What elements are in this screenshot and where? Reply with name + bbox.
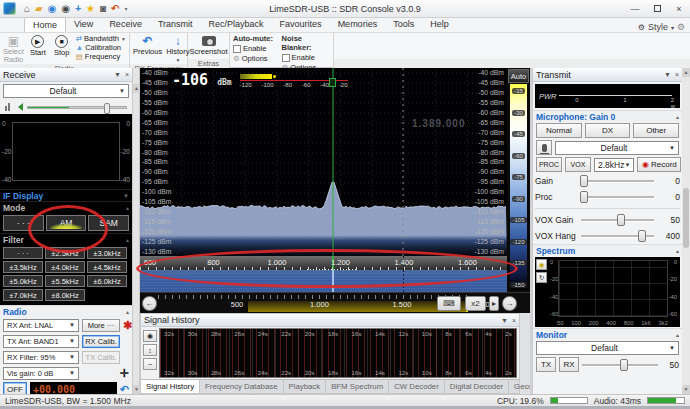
frequency-button[interactable]: ▤ Frequency — [76, 52, 126, 61]
rx-filter-dropdown[interactable]: RX Filter: 95%▼ — [3, 351, 79, 364]
filter-button[interactable]: ±6.0kHz — [87, 275, 127, 287]
mode-button[interactable]: AM — [46, 215, 87, 231]
pan-right-button[interactable]: → — [502, 296, 517, 311]
scrollbar-thumb[interactable] — [683, 188, 689, 248]
menu-tab[interactable]: Receive — [101, 17, 150, 32]
slider-track[interactable] — [581, 214, 654, 226]
spectrum-section-header[interactable]: Spectrum ▴ — [533, 244, 682, 256]
record-dot-button[interactable]: ◉ — [143, 330, 157, 342]
filter-button[interactable]: ±4.5kHz — [87, 261, 127, 273]
mic-preset-dropdown[interactable]: Default ▼ — [555, 141, 679, 155]
start-button[interactable]: ▶ Start — [28, 34, 48, 57]
volume-slider[interactable] — [27, 106, 127, 109]
stop-button[interactable]: ■ Stop — [52, 34, 72, 57]
mode-button[interactable]: · · · — [3, 215, 44, 231]
scroll-down-icon[interactable]: ▼ — [133, 385, 140, 394]
filter-section-header[interactable]: Filter ▴ — [0, 233, 132, 245]
filter-button[interactable]: ±4.0kHz — [45, 261, 85, 273]
automute-enable-checkbox[interactable]: Enable — [233, 44, 278, 53]
menu-tab[interactable]: Home — [24, 17, 66, 32]
if-display-header[interactable]: IF Display ▼ — [0, 189, 132, 201]
bottom-tab[interactable]: Signal History — [141, 380, 200, 393]
slider-thumb[interactable] — [620, 359, 628, 371]
menu-tab[interactable]: Memories — [330, 17, 386, 32]
noise-blanker-enable-checkbox[interactable]: Enable — [282, 53, 330, 62]
filter-button[interactable]: ±2.5kHz — [45, 247, 85, 259]
slider-thumb[interactable] — [580, 175, 588, 187]
gear-icon[interactable]: ⚙ — [677, 22, 685, 32]
off-button[interactable]: OFF — [3, 382, 27, 394]
filter-button[interactable]: ±5.0kHz — [3, 275, 43, 287]
undo-icon[interactable]: ↶ — [111, 4, 119, 14]
band-navigator[interactable]: 5001.0001.5002.000 ← ⌨ x2 ▸ → — [140, 292, 530, 313]
select-radio-button[interactable]: ▣ Select Radio — [3, 34, 24, 64]
menu-tab[interactable]: Favourites — [272, 17, 330, 32]
signal-history-chart[interactable]: 32s30s28s26s24s22s20s18s16s14s12s10s8s6s… — [159, 328, 517, 378]
waterfall[interactable] — [140, 270, 507, 292]
qat-dropdown-icon[interactable]: ▾ — [124, 4, 127, 14]
monitor-tx-button[interactable]: TX — [536, 357, 556, 372]
mode-section-header[interactable]: Mode ▴ — [0, 201, 132, 213]
receive-preset-dropdown[interactable]: Default ▼ — [3, 84, 129, 98]
slider-track[interactable] — [581, 175, 654, 187]
panel-close-icon[interactable]: × — [512, 317, 516, 324]
proc-button[interactable]: PROC — [536, 157, 562, 172]
stop-icon[interactable]: ◉ — [61, 4, 70, 14]
pan-left-button[interactable]: ← — [142, 296, 157, 311]
menu-tab[interactable]: View — [66, 17, 101, 32]
keyboard-entry-button[interactable]: ⌨ — [437, 296, 461, 311]
rx-calib-button[interactable]: RX Calib. — [82, 335, 120, 348]
scroll-up-icon[interactable]: ▲ — [133, 84, 140, 93]
undo-icon[interactable]: ↶ — [120, 383, 129, 395]
tx-mode-button[interactable]: Other — [633, 123, 679, 138]
panel-close-icon[interactable]: × — [675, 71, 679, 78]
filter-button[interactable]: ±8.0kHz — [45, 289, 85, 301]
tx-ant-dropdown[interactable]: TX Ant: BAND1▼ — [3, 335, 79, 348]
bottom-tab[interactable]: CW Decoder — [389, 380, 445, 393]
vox-button[interactable]: VOX — [565, 157, 591, 172]
transmit-panel-scrollbar[interactable]: ▲ ▼ — [682, 68, 690, 394]
tx-bandwidth-dropdown[interactable]: 2.8kHz ▼ — [594, 158, 634, 172]
bottom-tab[interactable]: Frequency Database — [200, 380, 283, 393]
slider-thumb[interactable] — [638, 230, 646, 242]
autoscale-button[interactable]: ↕ — [143, 344, 157, 356]
slider-track[interactable] — [581, 230, 654, 242]
panel-menu-icon[interactable]: ▼ — [501, 317, 508, 324]
panel-close-icon[interactable]: × — [125, 71, 129, 78]
bandwidth-button[interactable]: ⇄ Bandwidth ▼ — [76, 34, 126, 43]
slider-thumb[interactable] — [617, 214, 625, 226]
menu-tab[interactable]: Transmit — [150, 17, 201, 32]
play-icon[interactable]: ◉ — [48, 4, 57, 14]
monitor-preset-dropdown[interactable]: Default ▼ — [536, 341, 679, 355]
bottom-tab[interactable]: BFM Spectrum — [326, 380, 389, 393]
menu-tab[interactable]: Help — [422, 17, 457, 32]
add-icon[interactable]: + — [75, 4, 81, 14]
style-selector[interactable]: ⚙ Style ▾ ⚙ — [638, 22, 690, 32]
monitor-rx-button[interactable]: RX — [559, 357, 579, 372]
tx-mode-button[interactable]: DX — [585, 123, 631, 138]
filter-button[interactable]: ±5.5kHz — [45, 275, 85, 287]
record-button[interactable]: ◉ Record — [637, 157, 681, 172]
panel-menu-icon[interactable]: ▼ — [664, 71, 671, 78]
minimize-scale-button[interactable]: − — [143, 358, 157, 370]
star-icon[interactable]: ★ — [86, 4, 95, 14]
scroll-up-icon[interactable]: ▲ — [682, 68, 690, 77]
screenshot-button[interactable]: Screenshot — [193, 34, 225, 56]
scroll-down-icon[interactable]: ▼ — [682, 385, 690, 394]
vis-gain-dropdown[interactable]: Vis gain: 0 dB▼ — [3, 367, 79, 380]
maximize-button[interactable] — [646, 1, 668, 16]
filter-button[interactable]: ±3.5kHz — [3, 261, 43, 273]
zoom-button[interactable]: x2 — [465, 296, 486, 311]
rx-ant-dropdown[interactable]: RX Ant: LNAL▼ — [3, 319, 79, 332]
minimize-button[interactable]: — — [624, 1, 646, 16]
slider-thumb[interactable] — [580, 191, 588, 203]
filter-button[interactable]: · · · — [3, 247, 43, 259]
filter-button[interactable]: ±7.0kHz — [3, 289, 43, 301]
bottom-tab[interactable]: Digital Decoder — [445, 380, 509, 393]
monitor-volume-slider[interactable] — [582, 359, 658, 371]
auto-range-button[interactable]: Auto — [508, 69, 529, 83]
automute-options-button[interactable]: ⚙Options — [233, 54, 278, 63]
folder-icon[interactable]: ▰ — [35, 4, 43, 14]
microphone-section-header[interactable]: Microphone: Gain 0 ▴ — [533, 110, 682, 122]
marker-button[interactable]: ◉ — [536, 259, 547, 270]
